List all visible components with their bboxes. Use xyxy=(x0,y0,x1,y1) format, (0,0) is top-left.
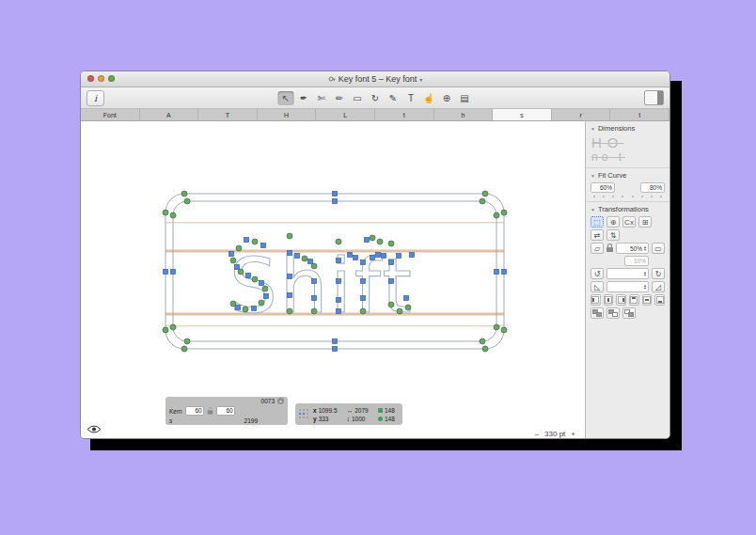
oncurve-node[interactable] xyxy=(360,308,366,314)
oncurve-node[interactable] xyxy=(494,324,499,330)
control-node[interactable] xyxy=(295,254,300,259)
rotate-stepper[interactable]: ▲▼ xyxy=(643,271,647,276)
control-node[interactable] xyxy=(337,309,341,314)
oncurve-node[interactable] xyxy=(287,233,292,239)
tab-s-selected[interactable]: s xyxy=(493,109,552,120)
oncurve-node[interactable] xyxy=(287,308,292,314)
oncurve-node[interactable] xyxy=(163,210,168,215)
zoom-in-button[interactable]: + xyxy=(571,430,575,438)
kern-lock-icon[interactable] xyxy=(207,411,213,415)
origin-grid-button[interactable]: ⊞ xyxy=(638,216,652,228)
tab-h-lower[interactable]: h xyxy=(434,109,494,120)
scale-field[interactable]: 50% ▲▼ xyxy=(616,243,649,254)
control-node[interactable] xyxy=(348,253,353,258)
oncurve-node[interactable] xyxy=(311,263,317,269)
fit-curve-header[interactable]: ▼ Fit Curve xyxy=(586,167,669,181)
align-middle-v-button[interactable] xyxy=(642,294,653,306)
oncurve-node[interactable] xyxy=(236,245,242,251)
glyph-canvas[interactable]: Shift xyxy=(81,121,585,439)
annotate-tool[interactable]: ✎ xyxy=(386,91,402,105)
scale-reverse-button[interactable]: ▭ xyxy=(652,243,665,254)
oncurve-node[interactable] xyxy=(252,239,258,244)
scale-lock-icon[interactable] xyxy=(606,247,613,252)
scale-secondary-field[interactable]: 10% xyxy=(624,256,649,266)
control-node[interactable] xyxy=(246,274,251,278)
align-left-button[interactable] xyxy=(591,294,601,306)
selection-width[interactable]: 2079 xyxy=(354,407,368,414)
control-node[interactable] xyxy=(389,279,394,284)
oncurve-node[interactable] xyxy=(494,212,499,218)
boolean-intersect-button[interactable] xyxy=(622,307,636,319)
tab-r-lower[interactable]: r xyxy=(552,109,611,120)
selection-height[interactable]: 1000 xyxy=(352,416,365,422)
control-node[interactable] xyxy=(333,192,338,197)
control-node[interactable] xyxy=(361,296,366,301)
boolean-subtract-button[interactable] xyxy=(606,307,620,319)
oncurve-node[interactable] xyxy=(370,235,375,241)
zoom-button[interactable] xyxy=(108,75,115,82)
close-button[interactable] xyxy=(87,75,94,82)
oncurve-node[interactable] xyxy=(480,198,485,204)
control-node[interactable] xyxy=(365,238,370,243)
control-node[interactable] xyxy=(370,256,375,260)
disclosure-triangle-icon[interactable]: ▼ xyxy=(591,207,595,212)
control-node[interactable] xyxy=(252,307,257,311)
rotate-tool[interactable]: ↻ xyxy=(368,91,384,105)
control-node[interactable] xyxy=(288,275,292,279)
edit-canvas[interactable]: Shift 0073 × Kern 60 60 xyxy=(81,121,585,439)
hand-tool[interactable]: ☝ xyxy=(421,91,437,105)
oncurve-node[interactable] xyxy=(311,308,317,314)
control-node[interactable] xyxy=(236,306,241,310)
oncurve-node[interactable] xyxy=(259,300,264,306)
control-node[interactable] xyxy=(502,270,507,275)
remove-unicode-icon[interactable]: × xyxy=(277,398,284,404)
control-node[interactable] xyxy=(389,260,394,265)
kern-right-field[interactable]: 60 xyxy=(216,406,235,416)
control-node[interactable] xyxy=(229,252,234,257)
align-center-h-button[interactable] xyxy=(604,294,614,306)
control-node[interactable] xyxy=(361,279,366,284)
text-tool[interactable]: T xyxy=(403,91,419,105)
control-node[interactable] xyxy=(410,253,415,258)
rotate-field[interactable]: ▲▼ xyxy=(606,268,649,279)
control-node[interactable] xyxy=(288,293,292,298)
oncurve-node[interactable] xyxy=(377,239,383,244)
oncurve-node[interactable] xyxy=(405,305,411,310)
oncurve-node[interactable] xyxy=(170,212,176,218)
control-node[interactable] xyxy=(244,238,249,243)
align-top-button[interactable] xyxy=(629,294,639,306)
slant-stepper[interactable]: ▲▼ xyxy=(643,284,647,290)
control-node[interactable] xyxy=(308,260,313,264)
oncurve-node[interactable] xyxy=(482,191,488,197)
origin-reference-button[interactable]: ⊕ xyxy=(606,216,620,228)
slant-right-button[interactable]: ◿ xyxy=(652,281,665,292)
oncurve-node[interactable] xyxy=(181,346,187,352)
oncurve-node[interactable] xyxy=(184,198,190,204)
tab-L[interactable]: L xyxy=(316,109,375,120)
title-chevron-icon[interactable]: ▾ xyxy=(419,76,422,83)
control-node[interactable] xyxy=(337,259,341,263)
shapes-tool[interactable]: ▭ xyxy=(350,91,366,105)
control-node[interactable] xyxy=(164,270,168,275)
tab-A[interactable]: A xyxy=(140,109,199,120)
control-node[interactable] xyxy=(264,294,269,299)
oncurve-node[interactable] xyxy=(501,210,507,215)
oncurve-node[interactable] xyxy=(262,286,268,291)
control-node[interactable] xyxy=(312,296,317,301)
oncurve-node[interactable] xyxy=(388,302,394,307)
pen-tool[interactable]: ✒ xyxy=(296,91,312,105)
oncurve-node[interactable] xyxy=(181,191,187,197)
kern-left-field[interactable]: 60 xyxy=(185,406,204,416)
origin-bbox-button[interactable]: ⬚ xyxy=(591,216,604,228)
align-bottom-button[interactable] xyxy=(654,294,665,306)
control-node[interactable] xyxy=(354,256,358,260)
oncurve-node[interactable] xyxy=(397,308,402,314)
control-node[interactable] xyxy=(312,279,317,284)
sidebar-toggle-button[interactable] xyxy=(644,90,664,105)
control-node[interactable] xyxy=(333,339,338,344)
control-node[interactable] xyxy=(333,199,338,204)
title-bar[interactable]: Key font 5 – Key font ▾ xyxy=(81,71,669,87)
oncurve-node[interactable] xyxy=(388,241,394,246)
oncurve-node[interactable] xyxy=(170,324,176,330)
scale-stepper[interactable]: ▲▼ xyxy=(643,245,647,251)
